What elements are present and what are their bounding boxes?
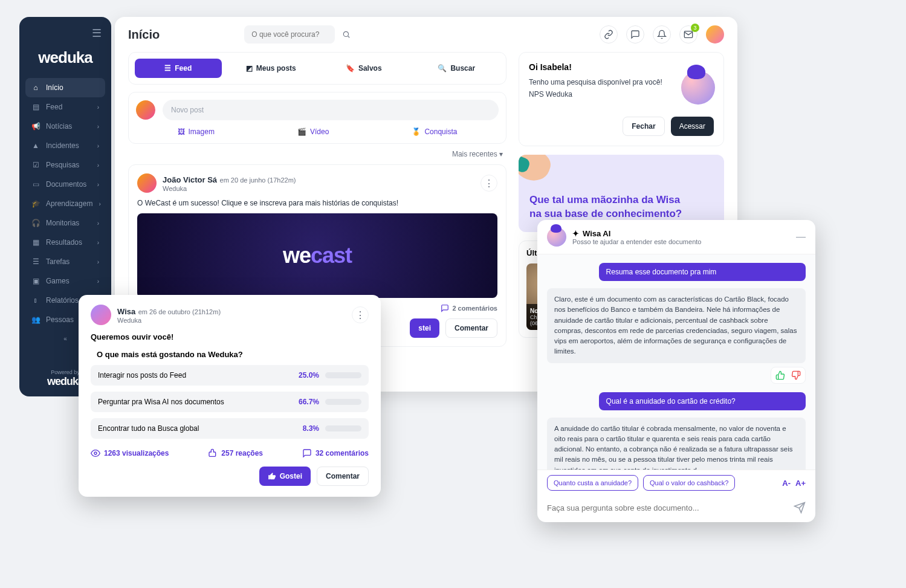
user-avatar [136,100,155,120]
sidebar-item-incidentes[interactable]: ▲ Incidentes › [25,136,105,155]
sidebar-item-inicio[interactable]: ⌂ Início [25,78,105,97]
chat-button[interactable] [626,25,644,44]
brand-logo: weduka [25,48,105,67]
chevron-right-icon: › [97,104,99,111]
newpost-achievement[interactable]: 🏅Conquista [412,128,457,136]
poll-option-label: Perguntar pra Wisa AI nos documentos [98,398,293,406]
sidebar-item-tarefas[interactable]: ☰ Tarefas › [25,252,105,271]
sidebar-item-noticias[interactable]: 📢 Notícias › [25,117,105,136]
newpost-video[interactable]: 🎬Vídeo [297,128,329,136]
poll-question: O que mais está gostando na Weduka? [97,350,369,359]
thumbs-down-icon[interactable] [791,370,801,381]
wisa-subtitle: Posso te ajudar a entender este document… [572,238,701,245]
poll-lead: Queremos ouvir você! [91,332,369,341]
poll-bar [325,372,361,378]
user-message: Qual é a anuidade do cartão de crédito? [599,392,806,410]
sidebar-item-label: Aprendizagem [46,199,92,208]
topbar: Início 3 [115,17,737,52]
suggestion-chip[interactable]: Qual o valor do cashback? [643,475,735,491]
poll-views: 1263 visualizações [91,448,169,458]
poll-option[interactable]: Encontrar tudo na Busca global 8.3% [91,418,369,439]
sidebar-item-pesquisas[interactable]: ☑ Pesquisas › [25,155,105,175]
font-decrease-button[interactable]: A- [782,479,791,488]
search-icon: 🔍 [438,64,447,73]
wisa-ai-panel: ✦Wisa AI Posso te ajudar a entender este… [537,220,815,522]
poll-org: Weduka [117,317,221,324]
poll-option-pct: 25.0% [293,371,319,380]
link-button[interactable] [600,25,618,44]
poll-bar [325,425,361,431]
chevron-right-icon: › [97,259,99,265]
poll-option[interactable]: Interagir nos posts do Feed 25.0% [91,365,369,386]
newpost-input[interactable]: Novo post [163,100,499,120]
sidebar-item-feed[interactable]: ▤ Feed › [25,97,105,117]
minimize-button[interactable]: — [796,231,806,242]
poll-option-pct: 8.3% [293,424,319,433]
caret-down-icon: ▾ [499,150,503,158]
search-input[interactable] [251,30,342,39]
home-icon: ⌂ [31,83,40,92]
font-increase-button[interactable]: A+ [795,479,806,488]
tab-saved[interactable]: 🔖 Salvos [320,59,407,78]
wisa-title: ✦Wisa AI [572,229,701,238]
search-field[interactable] [244,25,335,44]
mail-button[interactable]: 3 [679,25,697,44]
poll-like-button[interactable]: Gostei [259,467,311,486]
post-hero-image[interactable]: wecast [137,213,497,298]
notice-close-button[interactable]: Fechar [623,117,664,136]
tab-myposts[interactable]: ◩ Meus posts [228,59,315,78]
hand-icon [519,155,554,186]
folder-icon: ▭ [31,180,40,189]
poll-option[interactable]: Perguntar pra Wisa AI nos documentos 66.… [91,392,369,412]
poll-comment-button[interactable]: Comentar [317,467,369,486]
user-avatar[interactable] [706,25,724,44]
send-icon[interactable] [794,502,806,514]
promo-title: Que tal uma mãozinha da Wisa na sua base… [529,193,713,221]
user-message: Resuma esse documento pra mim [599,263,806,281]
hero-word-a: we [283,243,311,268]
mail-badge: 3 [691,24,699,32]
sidebar-item-label: Início [46,83,63,92]
comment-button[interactable]: Comentar [445,318,497,338]
suggestion-chip[interactable]: Quanto custa a anuidade? [547,475,638,491]
tab-search[interactable]: 🔍 Buscar [413,59,500,78]
poll-menu-button[interactable]: ⋮ [352,306,369,323]
sidebar-item-label: Incidentes [46,141,79,150]
post-comments-count[interactable]: 2 comentários [441,304,497,312]
sidebar-item-label: Feed [46,103,62,111]
sidebar-item-label: Pessoas [46,315,74,324]
poll-option-label: Interagir nos posts do Feed [98,371,293,380]
ai-message: Claro, este é um documento com as caract… [547,288,806,363]
svg-line-1 [348,36,350,37]
notice-access-button[interactable]: Acessar [671,117,714,136]
video-icon: 🎬 [297,128,306,136]
sidebar-hamburger-icon[interactable]: ☰ [25,24,105,45]
sidebar-item-aprendizagem[interactable]: 🎓 Aprendizagem › [25,194,105,213]
newpost-card: Novo post 🖼Imagem 🎬Vídeo 🏅Conquista [128,92,506,144]
sidebar-item-documentos[interactable]: ▭ Documentos › [25,175,105,194]
wisa-text-input[interactable] [547,503,788,512]
sort-label: Mais recentes [452,150,497,158]
tab-label: Meus posts [256,64,296,73]
tasks-icon: ☰ [31,257,40,266]
thumbs-up-icon[interactable] [775,370,786,381]
search-icon [342,30,351,39]
sort-dropdown[interactable]: Mais recentes ▾ [128,150,506,158]
chevron-right-icon: › [97,278,99,285]
newpost-image[interactable]: 🖼Imagem [178,128,215,136]
graduation-icon: 🎓 [31,199,40,208]
sidebar-item-monitorias[interactable]: 🎧 Monitorias › [25,213,105,233]
post-menu-button[interactable]: ⋮ [481,175,497,192]
sidebar-item-label: Pesquisas [46,161,79,169]
poll-card: Wisa em 26 de outubro (21h12m) Weduka ⋮ … [79,295,381,497]
poll-option-label: Encontrar tudo na Busca global [98,424,293,433]
tab-feed[interactable]: ☰ Feed [135,59,222,78]
feed-tabs: ☰ Feed ◩ Meus posts 🔖 Salvos 🔍 Buscar [128,52,506,85]
author-avatar[interactable] [137,173,157,193]
tab-label: Buscar [450,64,475,73]
bell-button[interactable] [653,25,671,44]
sidebar-item-resultados[interactable]: ▦ Resultados › [25,233,105,252]
font-controls: A- A+ [782,479,806,488]
sidebar-item-games[interactable]: ▣ Games › [25,271,105,291]
like-button[interactable]: stei [410,318,439,338]
